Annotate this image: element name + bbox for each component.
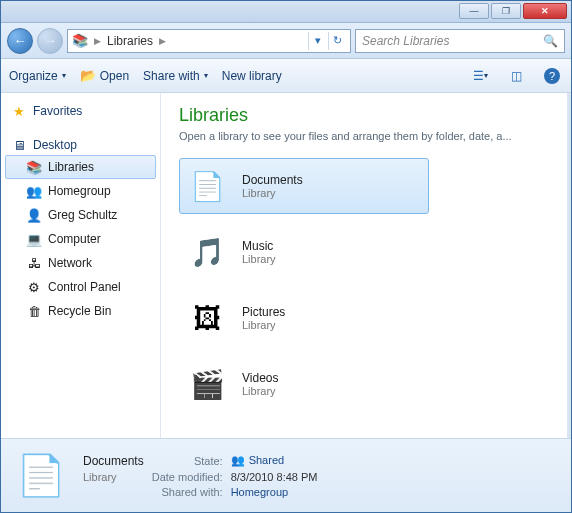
organize-menu[interactable]: Organize ▾ xyxy=(9,69,66,83)
details-pane: 📄 Documents State: 👥Shared Library Date … xyxy=(1,438,571,512)
nav-item-label: Homegroup xyxy=(48,184,111,198)
preview-pane-icon: ◫ xyxy=(511,69,522,83)
arrow-right-icon: → xyxy=(44,33,57,48)
computer-icon: 💻 xyxy=(26,231,42,247)
nav-item-label: Network xyxy=(48,256,92,270)
explorer-window: — ❐ ✕ ← → 📚 ▶ Libraries ▶ ▾ ↻ Search Lib… xyxy=(0,0,572,513)
minimize-icon: — xyxy=(470,6,479,16)
library-subtitle: Library xyxy=(242,187,303,199)
desktop-icon: 🖥 xyxy=(11,137,27,153)
library-subtitle: Library xyxy=(242,253,276,265)
user-icon: 👤 xyxy=(26,207,42,223)
share-label: Share with xyxy=(143,69,200,83)
back-button[interactable]: ← xyxy=(7,28,33,54)
breadcrumb-separator: ▶ xyxy=(94,36,101,46)
library-title: Documents xyxy=(242,173,303,187)
control-panel-icon: ⚙ xyxy=(26,279,42,295)
chevron-down-icon: ▾ xyxy=(484,71,488,80)
open-button[interactable]: 📂 Open xyxy=(80,68,129,84)
navigation-bar: ← → 📚 ▶ Libraries ▶ ▾ ↻ Search Libraries… xyxy=(1,23,571,59)
chevron-down-icon: ▾ xyxy=(62,71,66,80)
nav-item-label: Computer xyxy=(48,232,101,246)
desktop-label: Desktop xyxy=(33,138,77,152)
help-button[interactable]: ? xyxy=(541,65,563,87)
share-with-menu[interactable]: Share with ▾ xyxy=(143,69,208,83)
homegroup-icon: 👥 xyxy=(231,454,245,466)
details-modified-value: 8/3/2010 8:48 PM xyxy=(231,471,318,483)
address-actions: ▾ ↻ xyxy=(308,32,346,50)
navigation-pane: ★ Favorites 🖥 Desktop 📚 Libraries 👥 Home… xyxy=(1,93,161,438)
details-modified-label: Date modified: xyxy=(152,471,223,483)
nav-item-network[interactable]: 🖧 Network xyxy=(5,251,156,275)
library-item-music[interactable]: 🎵 Music Library xyxy=(179,224,429,280)
details-name: Documents xyxy=(83,454,144,468)
chevron-down-icon: ▾ xyxy=(204,71,208,80)
details-shared-with-label: Shared with: xyxy=(152,486,223,498)
library-subtitle: Library xyxy=(242,319,285,331)
new-library-label: New library xyxy=(222,69,282,83)
help-icon: ? xyxy=(544,68,560,84)
preview-pane-button[interactable]: ◫ xyxy=(505,65,527,87)
details-state-label: State: xyxy=(152,455,223,467)
libraries-icon: 📚 xyxy=(72,33,88,49)
videos-icon: 🎬 xyxy=(186,363,228,405)
nav-item-homegroup[interactable]: 👥 Homegroup xyxy=(5,179,156,203)
nav-item-libraries[interactable]: 📚 Libraries xyxy=(5,155,156,179)
arrow-left-icon: ← xyxy=(14,33,27,48)
forward-button[interactable]: → xyxy=(37,28,63,54)
documents-icon: 📄 xyxy=(186,165,228,207)
open-icon: 📂 xyxy=(80,68,96,84)
library-subtitle: Library xyxy=(242,385,278,397)
library-item-pictures[interactable]: 🖼 Pictures Library xyxy=(179,290,429,346)
body-split: ★ Favorites 🖥 Desktop 📚 Libraries 👥 Home… xyxy=(1,93,571,438)
search-box[interactable]: Search Libraries 🔍 xyxy=(355,29,565,53)
nav-item-label: Greg Schultz xyxy=(48,208,117,222)
maximize-button[interactable]: ❐ xyxy=(491,3,521,19)
titlebar: — ❐ ✕ xyxy=(1,1,571,23)
search-placeholder: Search Libraries xyxy=(362,34,449,48)
details-type: Library xyxy=(83,471,144,483)
address-dropdown-button[interactable]: ▾ xyxy=(308,32,326,50)
nav-item-recycle-bin[interactable]: 🗑 Recycle Bin xyxy=(5,299,156,323)
nav-item-computer[interactable]: 💻 Computer xyxy=(5,227,156,251)
homegroup-icon: 👥 xyxy=(26,183,42,199)
favorites-label: Favorites xyxy=(33,104,82,118)
breadcrumb-libraries[interactable]: Libraries xyxy=(107,34,153,48)
search-icon: 🔍 xyxy=(543,34,558,48)
open-label: Open xyxy=(100,69,129,83)
view-icon: ☰ xyxy=(473,69,484,83)
nav-item-label: Libraries xyxy=(48,160,94,174)
nav-item-control-panel[interactable]: ⚙ Control Panel xyxy=(5,275,156,299)
maximize-icon: ❐ xyxy=(502,6,510,16)
library-title: Videos xyxy=(242,371,278,385)
command-bar: Organize ▾ 📂 Open Share with ▾ New libra… xyxy=(1,59,571,93)
desktop-header[interactable]: 🖥 Desktop xyxy=(5,135,156,155)
star-icon: ★ xyxy=(11,103,27,119)
address-bar[interactable]: 📚 ▶ Libraries ▶ ▾ ↻ xyxy=(67,29,351,53)
recycle-bin-icon: 🗑 xyxy=(26,303,42,319)
details-icon: 📄 xyxy=(13,448,69,504)
nav-item-label: Recycle Bin xyxy=(48,304,111,318)
library-title: Music xyxy=(242,239,276,253)
close-button[interactable]: ✕ xyxy=(523,3,567,19)
view-options-button[interactable]: ☰▾ xyxy=(469,65,491,87)
library-title: Pictures xyxy=(242,305,285,319)
network-icon: 🖧 xyxy=(26,255,42,271)
organize-label: Organize xyxy=(9,69,58,83)
libraries-icon: 📚 xyxy=(26,159,42,175)
library-item-documents[interactable]: 📄 Documents Library xyxy=(179,158,429,214)
nav-item-label: Control Panel xyxy=(48,280,121,294)
details-state-value: 👥Shared xyxy=(231,454,318,467)
page-subtitle: Open a library to see your files and arr… xyxy=(179,130,553,142)
breadcrumb-separator: ▶ xyxy=(159,36,166,46)
refresh-button[interactable]: ↻ xyxy=(328,32,346,50)
minimize-button[interactable]: — xyxy=(459,3,489,19)
music-icon: 🎵 xyxy=(186,231,228,273)
page-title: Libraries xyxy=(179,105,553,126)
favorites-header[interactable]: ★ Favorites xyxy=(5,101,156,121)
nav-item-user[interactable]: 👤 Greg Schultz xyxy=(5,203,156,227)
library-item-videos[interactable]: 🎬 Videos Library xyxy=(179,356,429,412)
new-library-button[interactable]: New library xyxy=(222,69,282,83)
details-shared-with-value: Homegroup xyxy=(231,486,318,498)
close-icon: ✕ xyxy=(541,6,549,16)
